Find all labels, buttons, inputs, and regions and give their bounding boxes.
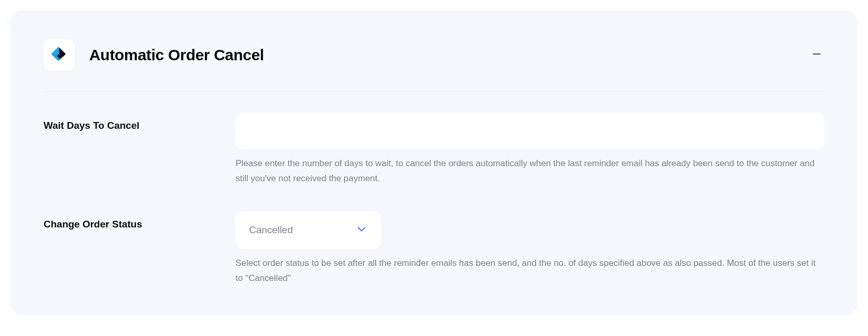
wait-days-control: Please enter the number of days to wait,… bbox=[236, 113, 824, 186]
wait-days-label: Wait Days To Cancel bbox=[44, 113, 236, 131]
wait-days-row: Wait Days To Cancel Please enter the num… bbox=[44, 113, 824, 186]
order-status-row: Change Order Status Cancelled Select ord… bbox=[44, 211, 824, 286]
order-status-control: Cancelled Select order status to be set … bbox=[236, 211, 824, 286]
order-status-selected-value: Cancelled bbox=[249, 224, 293, 236]
settings-panel: Automatic Order Cancel Wait Days To Canc… bbox=[10, 10, 858, 315]
app-icon-container bbox=[44, 39, 75, 71]
wait-days-help: Please enter the number of days to wait,… bbox=[236, 156, 824, 186]
panel-header: Automatic Order Cancel bbox=[44, 39, 824, 92]
order-status-help: Select order status to be set after all … bbox=[236, 256, 824, 286]
collapse-button[interactable] bbox=[809, 47, 824, 63]
panel-title: Automatic Order Cancel bbox=[89, 46, 264, 64]
wait-days-input[interactable] bbox=[236, 113, 824, 149]
minus-icon bbox=[811, 49, 822, 61]
chevron-down-icon bbox=[356, 223, 367, 237]
app-logo-icon bbox=[50, 45, 68, 65]
order-status-select[interactable]: Cancelled bbox=[236, 211, 381, 249]
order-status-label: Change Order Status bbox=[44, 211, 236, 230]
panel-header-left: Automatic Order Cancel bbox=[44, 39, 264, 71]
